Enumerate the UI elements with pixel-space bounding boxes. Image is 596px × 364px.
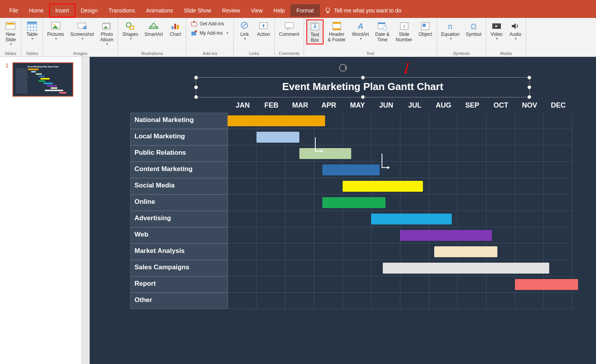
gantt-bar[interactable] (322, 197, 386, 208)
selection-handle[interactable] (361, 76, 365, 80)
timeline-lane (228, 129, 573, 145)
tab-file[interactable]: File (4, 4, 24, 17)
svg-point-11 (53, 24, 55, 25)
new-slide-button[interactable]: New Slide▼ (2, 19, 19, 47)
header-footer-icon (331, 21, 343, 32)
tab-view[interactable]: View (246, 4, 268, 17)
gantt-bar[interactable] (322, 164, 380, 175)
shapes-button[interactable]: Shapes▼ (120, 19, 140, 42)
comment-icon (283, 21, 295, 32)
screenshot-icon: + (76, 21, 88, 32)
photo-album-button[interactable]: Photo Album▼ (98, 19, 115, 47)
timeline-lane (228, 145, 573, 162)
month-header: NOV (515, 101, 544, 113)
tab-format[interactable]: Format (290, 4, 320, 17)
tab-transitions[interactable]: Transitions (103, 4, 141, 17)
chart-title-textbox[interactable]: Event Marketing Plan Gantt Chart (196, 77, 530, 97)
timeline-lane (228, 162, 573, 178)
new-slide-icon (4, 21, 17, 32)
svg-rect-26 (191, 22, 197, 26)
slide-editor[interactable]: Event Marketing Plan Gantt Chart JANFEBM… (82, 57, 596, 364)
svg-text:#: # (403, 24, 405, 29)
gantt-bar[interactable] (400, 230, 492, 241)
comment-button[interactable]: Comment (277, 19, 301, 38)
rotate-handle-icon[interactable] (338, 63, 348, 74)
slide-thumbnail-1[interactable]: Event Marketing Plan Gantt Chart (12, 62, 73, 97)
link-button[interactable]: Link▼ (236, 19, 253, 42)
pictures-button[interactable]: Pictures▼ (45, 19, 66, 42)
wordart-button[interactable]: A WordArt▼ (350, 19, 371, 42)
ribbon-group-media: Video▼ Audio▼ Media (486, 18, 526, 57)
symbol-button[interactable]: Ω Symbol (464, 19, 483, 38)
timeline-lane (228, 244, 573, 260)
text-box-button[interactable]: A Text Box (306, 19, 324, 44)
date-time-button[interactable]: Date & Time (373, 19, 392, 44)
gantt-bar[interactable] (515, 279, 578, 290)
task-name-cell: Online (130, 194, 228, 211)
my-addins-button[interactable]: My Add-ins▼ (189, 29, 231, 37)
svg-point-44 (383, 26, 387, 30)
equation-button[interactable]: π Equation▼ (439, 19, 462, 42)
gantt-row: Report (130, 276, 573, 293)
gantt-row: Public Relations (130, 145, 573, 162)
svg-point-0 (326, 8, 330, 12)
action-button[interactable]: Action (255, 19, 272, 38)
selection-handle[interactable] (194, 85, 198, 89)
tab-home[interactable]: Home (24, 4, 49, 17)
equation-icon: π (444, 21, 456, 32)
gantt-bar[interactable] (383, 263, 549, 274)
selection-handle[interactable] (361, 95, 365, 99)
gantt-row: Social Media (130, 178, 573, 194)
pictures-icon (50, 21, 62, 32)
tab-design[interactable]: Design (75, 4, 103, 17)
gantt-row: Local Marketing (130, 129, 573, 145)
table-button[interactable]: Table▼ (24, 19, 40, 42)
month-header: FEB (257, 101, 286, 113)
header-footer-button[interactable]: Header & Footer (326, 19, 348, 44)
video-button[interactable]: Video▼ (488, 19, 505, 42)
gantt-bar[interactable] (343, 181, 423, 192)
selection-handle[interactable] (194, 95, 198, 99)
chart-title-text: Event Marketing Plan Gantt Chart (196, 78, 529, 93)
tab-slideshow[interactable]: Slide Show (179, 4, 217, 17)
month-header: MAR (286, 101, 315, 113)
gantt-bar[interactable] (371, 214, 451, 224)
tab-insert[interactable]: Insert (49, 4, 75, 18)
ribbon-group-tables: Table▼ Tables (21, 18, 43, 57)
red-arrow-annotation (399, 60, 416, 79)
get-addins-button[interactable]: Get Add-ins (189, 19, 231, 28)
screenshot-button[interactable]: + Screenshot▼ (68, 19, 96, 42)
svg-marker-34 (287, 28, 290, 30)
svg-rect-40 (333, 28, 341, 30)
selection-handle[interactable] (527, 76, 531, 80)
selection-handle[interactable] (194, 76, 198, 80)
tell-me-box[interactable]: Tell me what you want to do (325, 7, 401, 14)
svg-text:+: + (84, 26, 86, 29)
chart-button[interactable]: Chart (167, 19, 184, 38)
gantt-bar[interactable] (256, 132, 300, 143)
gantt-bar[interactable] (434, 246, 497, 257)
slide-thumbnail-panel: 1 Event Marketing Plan Gantt Chart (0, 57, 82, 364)
timeline-lane (228, 293, 573, 309)
gantt-bar[interactable] (228, 115, 325, 126)
tab-review[interactable]: Review (217, 4, 246, 17)
selection-handle[interactable] (527, 85, 531, 89)
store-icon (191, 21, 197, 27)
ribbon-tab-bar: File Home Insert Design Transitions Anim… (0, 3, 596, 18)
video-icon (490, 21, 503, 32)
tab-animations[interactable]: Animations (140, 4, 178, 17)
slide-canvas[interactable]: Event Marketing Plan Gantt Chart JANFEBM… (90, 57, 596, 364)
gantt-chart: JANFEBMARAPRMAYJUNJULAUGSEPOCTNOVDEC Nat… (130, 101, 573, 309)
audio-button[interactable]: Audio▼ (507, 19, 523, 42)
slide-number-button[interactable]: # Slide Number (394, 19, 414, 44)
tab-help[interactable]: Help (268, 4, 290, 17)
svg-point-19 (126, 23, 131, 27)
svg-rect-9 (27, 22, 37, 24)
ribbon-group-illustrations: Shapes▼ SmartArt Chart Illustrations (118, 18, 186, 57)
slide-number-icon: # (398, 21, 410, 32)
svg-rect-3 (7, 23, 14, 25)
smartart-button[interactable]: SmartArt (143, 19, 165, 38)
object-button[interactable]: Object (417, 19, 434, 38)
gantt-bar[interactable] (299, 148, 351, 159)
selection-handle[interactable] (527, 95, 531, 99)
